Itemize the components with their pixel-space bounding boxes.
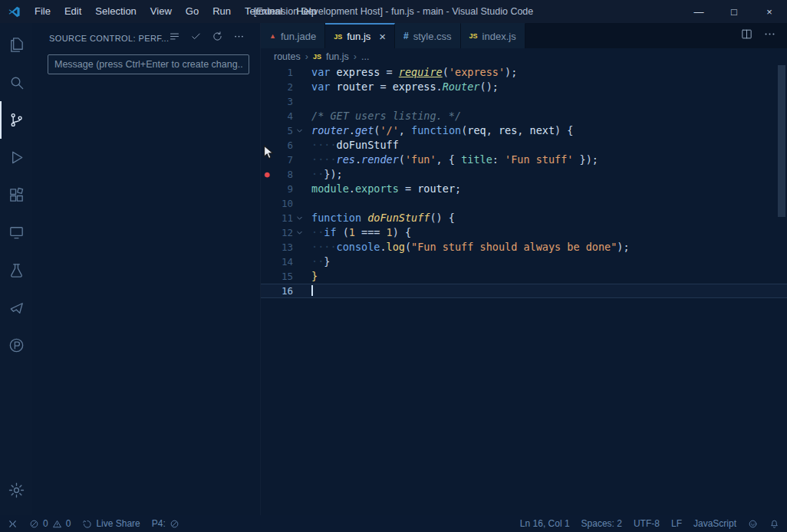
commit-icon[interactable] [190, 31, 202, 45]
code-line[interactable]: 3 [261, 94, 787, 109]
fold-chevron-icon[interactable] [293, 211, 306, 225]
menu-view[interactable]: View [143, 0, 179, 23]
status-right: Ln 16, Col 1 Spaces: 2 UTF-8 LF JavaScri… [520, 518, 779, 529]
code-line[interactable]: 5router.get('/', function(req, res, next… [261, 123, 787, 138]
code-line[interactable]: 9module.exports = router; [261, 182, 787, 196]
breakpoint-slot[interactable] [261, 196, 273, 211]
code-line[interactable]: 2var router = express.Router(); [261, 80, 787, 94]
breakpoint-slot[interactable] [261, 123, 273, 138]
breakpoint-slot[interactable] [261, 109, 273, 123]
code-line[interactable]: 4/* GET users listing. */ [261, 109, 787, 123]
more-actions-icon[interactable] [763, 28, 776, 44]
tab-close-icon[interactable]: × [379, 31, 386, 42]
view-as-list-icon[interactable] [169, 31, 180, 45]
code-line-text [311, 196, 787, 211]
code-editor[interactable]: 1var express = require('express');2var r… [261, 65, 787, 515]
breakpoint-slot[interactable] [261, 284, 273, 298]
activity-perforce-icon[interactable] [0, 327, 32, 364]
problems-indicator[interactable]: 0 0 [29, 518, 71, 529]
scrollbar-thumb[interactable] [778, 65, 785, 217]
eol-mode[interactable]: LF [671, 518, 682, 529]
breakpoint-slot[interactable] [261, 225, 273, 240]
line-number: 11 [273, 211, 293, 225]
menu-go[interactable]: Go [179, 0, 206, 23]
code-line[interactable]: 13····console.log("Fun stuff should alwa… [261, 240, 787, 255]
code-line[interactable]: 16 [261, 284, 787, 298]
code-line-text: ····res.render('fun', { title: 'Fun stuf… [311, 153, 787, 167]
maximize-button[interactable]: □ [716, 0, 752, 23]
breakpoint-slot[interactable] [261, 211, 273, 225]
css-file-icon: # [403, 31, 409, 41]
fold-slot [293, 269, 306, 284]
breakpoint-slot[interactable] [261, 80, 273, 94]
code-line[interactable]: 14··} [261, 255, 787, 269]
notifications-bell-icon[interactable] [769, 519, 779, 529]
tab-fun.jade[interactable]: ▲fun.jade [261, 23, 325, 48]
breakpoint-slot[interactable] [261, 182, 273, 196]
language-mode[interactable]: JavaScript [693, 518, 736, 529]
activity-extensions-icon[interactable] [0, 176, 32, 214]
code-line[interactable]: 1var express = require('express'); [261, 65, 787, 80]
live-share-status[interactable]: Live Share [82, 518, 140, 529]
activity-explorer-icon[interactable] [0, 26, 32, 64]
breadcrumb-item-file[interactable]: fun.js [326, 51, 349, 62]
fold-slot [293, 94, 306, 109]
menu-selection[interactable]: Selection [88, 0, 143, 23]
sidebar-header: SOURCE CONTROL: PERF... [32, 23, 260, 47]
code-line-text: ··} [311, 255, 787, 269]
code-line[interactable]: ●8··}); [261, 167, 787, 182]
breakpoint-dot[interactable]: ● [261, 167, 273, 182]
encoding[interactable]: UTF-8 [634, 518, 660, 529]
code-line[interactable]: 11function doFunStuff() { [261, 211, 787, 225]
activity-source-control-icon[interactable] [0, 101, 32, 139]
refresh-icon[interactable] [212, 31, 223, 45]
source-control-sidebar: SOURCE CONTROL: PERF... [32, 23, 261, 515]
code-line[interactable]: 10 [261, 196, 787, 211]
feedback-icon[interactable] [748, 519, 758, 529]
scm-message-input[interactable] [48, 54, 249, 74]
breakpoint-slot[interactable] [261, 240, 273, 255]
activity-remote-explorer-icon[interactable] [0, 214, 32, 251]
line-number: 2 [273, 80, 293, 94]
menu-file[interactable]: File [28, 0, 58, 23]
breakpoint-slot[interactable] [261, 138, 273, 153]
menu-edit[interactable]: Edit [58, 0, 88, 23]
code-line[interactable]: 12··if (1 === 1) { [261, 225, 787, 240]
tab-index.js[interactable]: JSindex.js [461, 23, 525, 48]
indentation[interactable]: Spaces: 2 [581, 518, 622, 529]
tab-fun.js[interactable]: JSfun.js× [325, 23, 395, 48]
settings-gear-icon[interactable] [0, 471, 32, 509]
breadcrumb-item-symbol[interactable]: ... [361, 51, 369, 62]
activity-live-share-icon[interactable] [0, 289, 32, 327]
remote-indicator[interactable] [8, 519, 18, 529]
tab-style.css[interactable]: #style.css [395, 23, 461, 48]
cursor-position[interactable]: Ln 16, Col 1 [520, 518, 570, 529]
code-line[interactable]: 6····doFunStuff [261, 138, 787, 153]
minimize-button[interactable]: — [681, 0, 716, 23]
vertical-scrollbar[interactable] [776, 65, 787, 515]
live-share-icon [82, 519, 92, 529]
tab-label: index.js [482, 31, 516, 42]
activity-testing-icon[interactable] [0, 251, 32, 289]
more-actions-icon[interactable] [233, 31, 245, 45]
fold-chevron-icon[interactable] [293, 123, 306, 138]
activity-search-icon[interactable] [0, 64, 32, 101]
breakpoint-slot[interactable] [261, 269, 273, 284]
breakpoint-slot[interactable] [261, 94, 273, 109]
editor-group: ▲fun.jadeJSfun.js×#style.cssJSindex.js r… [261, 23, 787, 515]
close-button[interactable]: × [752, 0, 787, 23]
code-line[interactable]: 7····res.render('fun', { title: 'Fun stu… [261, 153, 787, 167]
code-line[interactable]: 15} [261, 269, 787, 284]
line-number: 6 [273, 138, 293, 153]
perforce-status[interactable]: P4: [152, 518, 179, 529]
split-editor-icon[interactable] [740, 28, 753, 44]
line-number: 15 [273, 269, 293, 284]
menu-run[interactable]: Run [206, 0, 238, 23]
breadcrumb-item-routes[interactable]: routes [274, 51, 301, 62]
code-lines: 1var express = require('express');2var r… [261, 65, 787, 298]
activity-run-and-debug-icon[interactable] [0, 139, 32, 176]
breakpoint-slot[interactable] [261, 65, 273, 80]
breakpoint-slot[interactable] [261, 255, 273, 269]
breakpoint-slot[interactable] [261, 153, 273, 167]
fold-chevron-icon[interactable] [293, 225, 306, 240]
